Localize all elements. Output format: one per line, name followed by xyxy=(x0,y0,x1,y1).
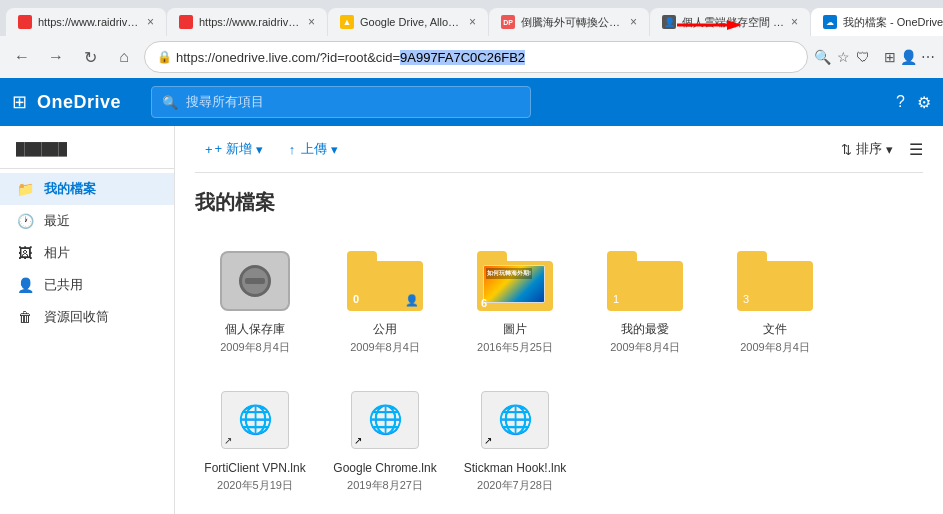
main-layout: ██████ 📁 我的檔案 🕐 最近 🖼 相片 👤 已共用 🗑 資源回收筒 + … xyxy=(0,126,943,514)
tab-raidrive-1[interactable]: https://www.raidrive.c... × xyxy=(6,8,166,36)
tab-label-3: Google Drive, Allowed... xyxy=(360,16,463,28)
file-item-personal-vault[interactable]: 個人保存庫 2009年8月4日 xyxy=(195,236,315,365)
search-box[interactable]: 🔍 搜尋所有項目 xyxy=(151,86,531,118)
safe-dial xyxy=(239,265,271,297)
home-button[interactable]: ⌂ xyxy=(110,43,138,71)
view-icon[interactable]: ☰ xyxy=(909,140,923,159)
shortcut-arrow-icon: ↗ xyxy=(224,435,232,446)
folder-share-public: 👤 xyxy=(405,294,419,307)
tab-close-1[interactable]: × xyxy=(147,15,154,29)
photos-folder-icon-wrap: 如何玩轉海外期! 6 xyxy=(475,246,555,316)
file-date-documents: 2009年8月4日 xyxy=(740,340,810,355)
menu-icon[interactable]: ⋯ xyxy=(921,49,935,65)
help-icon[interactable]: ? xyxy=(896,93,905,111)
stickman-icon-wrap: 🌐 ↗ xyxy=(475,385,555,455)
sidebar-item-my-files[interactable]: 📁 我的檔案 xyxy=(0,173,174,205)
tab-label-4: 倒騰海外可轉換公司債 - M... xyxy=(521,15,624,30)
folder-badge-photos: 6 xyxy=(481,297,549,309)
file-name-favorites: 我的最愛 xyxy=(621,322,669,338)
sidebar-item-recycle[interactable]: 🗑 資源回收筒 xyxy=(0,301,174,333)
folder-photos: 如何玩轉海外期! 6 xyxy=(477,251,553,311)
file-item-forticlient[interactable]: 🌐 ↗ FortiClient VPN.lnk 2020年5月19日 xyxy=(195,375,315,504)
file-item-photos[interactable]: 如何玩轉海外期! 6 圖片 2016年5月25日 xyxy=(455,236,575,365)
sidebar-label-my-files: 我的檔案 xyxy=(44,180,96,198)
chrome-icon-wrap: 🌐 ↗ xyxy=(345,385,425,455)
sort-button[interactable]: ⇅ 排序 ▾ xyxy=(841,140,893,158)
profile-icon[interactable]: 👤 xyxy=(900,49,917,65)
content-toolbar: + + 新增 ▾ ↑ 上傳 ▾ ⇅ 排序 ▾ ☰ xyxy=(195,126,923,173)
favorites-folder-icon-wrap: 1 xyxy=(605,246,685,316)
tab-raidrive-2[interactable]: https://www.raidrive.c... × xyxy=(167,8,327,36)
file-name-public: 公用 xyxy=(373,322,397,338)
sort-icon: ⇅ xyxy=(841,142,852,157)
search-icon[interactable]: 🔍 xyxy=(814,49,831,65)
folder-documents: 3 xyxy=(737,251,813,311)
sidebar-item-recent[interactable]: 🕐 最近 xyxy=(0,205,174,237)
folder-public: 0 👤 xyxy=(347,251,423,311)
new-button[interactable]: + + 新增 ▾ xyxy=(195,136,273,162)
globe-icon-stickman: 🌐 xyxy=(498,403,533,436)
photo-icon: 🖼 xyxy=(16,245,34,261)
personal-vault-icon-wrap xyxy=(215,246,295,316)
sidebar-label-recycle: 資源回收筒 xyxy=(44,308,109,326)
file-item-documents[interactable]: 3 文件 2009年8月4日 xyxy=(715,236,835,365)
chevron-down-icon-2: ▾ xyxy=(331,142,338,157)
waffle-menu[interactable]: ⊞ xyxy=(12,91,27,113)
tab-favicon-6: ☁ xyxy=(823,15,837,29)
file-name-chrome: Google Chrome.lnk xyxy=(333,461,436,477)
shortcut-icon-forticlient: 🌐 ↗ xyxy=(221,391,289,449)
tab-close-4[interactable]: × xyxy=(630,15,637,29)
sidebar-label-recent: 最近 xyxy=(44,212,70,230)
tab-close-3[interactable]: × xyxy=(469,15,476,29)
globe-icon: 🌐 xyxy=(238,403,273,436)
address-bar-container[interactable]: 🔒 https://onedrive.live.com/?id=root&cid… xyxy=(144,41,808,73)
tab-dp[interactable]: DP 倒騰海外可轉換公司債 - M... × xyxy=(489,8,649,36)
file-name-vault: 個人保存庫 xyxy=(225,322,285,338)
shortcut-icon-chrome: 🌐 ↗ xyxy=(351,391,419,449)
svg-marker-1 xyxy=(727,20,742,30)
browser-right-icons: ⊞ 👤 ⋯ xyxy=(884,49,935,65)
tab-googledrive[interactable]: ▲ Google Drive, Allowed... × xyxy=(328,8,488,36)
trash-icon: 🗑 xyxy=(16,309,34,325)
tab-favicon-2 xyxy=(179,15,193,29)
file-item-chrome[interactable]: 🌐 ↗ Google Chrome.lnk 2019年8月27日 xyxy=(325,375,445,504)
extensions-icon[interactable]: ⊞ xyxy=(884,49,896,65)
globe-icon-chrome: 🌐 xyxy=(368,403,403,436)
sidebar-label-shared: 已共用 xyxy=(44,276,83,294)
file-item-stickman[interactable]: 🌐 ↗ Stickman Hook!.lnk 2020年7月28日 xyxy=(455,375,575,504)
folder-body-photos: 如何玩轉海外期! 6 xyxy=(477,261,553,311)
shortcut-icon-stickman: 🌐 ↗ xyxy=(481,391,549,449)
file-item-public[interactable]: 0 👤 公用 2009年8月4日 xyxy=(325,236,445,365)
chevron-down-icon: ▾ xyxy=(256,142,263,157)
back-button[interactable]: ← xyxy=(8,43,36,71)
shortcut-arrow-icon-chrome: ↗ xyxy=(354,435,362,446)
tab-onedrive-active[interactable]: ☁ 我的檔案 - OneDrive × xyxy=(811,8,943,36)
forward-button[interactable]: → xyxy=(42,43,70,71)
sidebar-item-photos[interactable]: 🖼 相片 xyxy=(0,237,174,269)
file-name-documents: 文件 xyxy=(763,322,787,338)
tab-close-2[interactable]: × xyxy=(308,15,315,29)
refresh-button[interactable]: ↻ xyxy=(76,43,104,71)
folder-icon: 📁 xyxy=(16,181,34,197)
header-right: ? ⚙ xyxy=(896,93,931,112)
content-title: 我的檔案 xyxy=(195,189,923,216)
url-highlighted: 9A997FA7C0C26FB2 xyxy=(400,50,525,65)
tab-favicon-3: ▲ xyxy=(340,15,354,29)
settings-icon[interactable]: ⚙ xyxy=(917,93,931,112)
public-folder-icon-wrap: 0 👤 xyxy=(345,246,425,316)
sidebar-label-photos: 相片 xyxy=(44,244,70,262)
star-icon[interactable]: ☆ xyxy=(837,49,850,65)
upload-button[interactable]: ↑ 上傳 ▾ xyxy=(279,136,349,162)
tab-label-1: https://www.raidrive.c... xyxy=(38,16,141,28)
folder-favorites: 1 xyxy=(607,251,683,311)
folder-body-fav: 1 xyxy=(607,261,683,311)
tab-close-5[interactable]: × xyxy=(791,15,798,29)
shortcut-arrow-icon-stickman: ↗ xyxy=(484,435,492,446)
browser-chrome: https://www.raidrive.c... × https://www.… xyxy=(0,0,943,78)
file-date-forticlient: 2020年5月19日 xyxy=(217,478,293,493)
file-date-vault: 2009年8月4日 xyxy=(220,340,290,355)
sidebar-item-shared[interactable]: 👤 已共用 xyxy=(0,269,174,301)
file-item-favorites[interactable]: 1 我的最愛 2009年8月4日 xyxy=(585,236,705,365)
new-label: + 新增 xyxy=(215,140,252,158)
lock-icon: 🔒 xyxy=(157,50,172,64)
